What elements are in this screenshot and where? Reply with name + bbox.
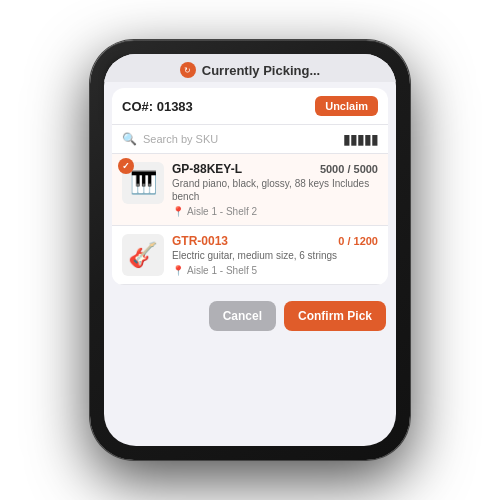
phone-device:  ↻ Currently Picking... CO#: 01383 Uncl… — [90, 40, 410, 460]
item-qty-piano: 5000 / 5000 — [320, 163, 378, 175]
app-content-card: CO#: 01383 Unclaim 🔍 Search by SKU ▮▮▮▮▮… — [112, 88, 388, 285]
bottom-buttons: Cancel Confirm Pick — [104, 291, 396, 341]
item-image-guitar: 🎸 — [122, 234, 164, 276]
pin-icon: 📍 — [172, 206, 184, 217]
barcode-icon: ▮▮▮▮▮ — [343, 131, 378, 147]
cancel-button[interactable]: Cancel — [209, 301, 276, 331]
header-row: CO#: 01383 Unclaim — [112, 88, 388, 125]
item-image-piano: 🎹 ✓ — [122, 162, 164, 204]
item-location-piano: 📍 Aisle 1 - Shelf 2 — [172, 206, 378, 217]
item-desc-piano: Grand piano, black, glossy, 88 keys Incl… — [172, 177, 378, 203]
picking-status-icon: ↻ — [180, 62, 196, 78]
search-input[interactable]: Search by SKU — [143, 133, 337, 145]
item-sku-guitar: GTR-0013 — [172, 234, 228, 248]
guitar-icon: 🎸 — [128, 241, 158, 269]
status-bar-title: Currently Picking... — [202, 63, 320, 78]
pin-icon-2: 📍 — [172, 265, 184, 276]
item-qty-guitar: 0 / 1200 — [338, 235, 378, 247]
screen: ↻ Currently Picking... CO#: 01383 Unclai… — [104, 54, 396, 446]
unclaim-button[interactable]: Unclaim — [315, 96, 378, 116]
sku-row-piano: GP-88KEY-L 5000 / 5000 — [172, 162, 378, 176]
co-number: CO#: 01383 — [122, 99, 193, 114]
item-details-guitar: GTR-0013 0 / 1200 Electric guitar, mediu… — [172, 234, 378, 276]
sku-row-guitar: GTR-0013 0 / 1200 — [172, 234, 378, 248]
item-location-guitar: 📍 Aisle 1 - Shelf 5 — [172, 265, 378, 276]
status-bar: ↻ Currently Picking... — [104, 54, 396, 82]
item-row-completed: 🎹 ✓ GP-88KEY-L 5000 / 5000 Grand piano, … — [112, 154, 388, 226]
confirm-pick-button[interactable]: Confirm Pick — [284, 301, 386, 331]
search-row: 🔍 Search by SKU ▮▮▮▮▮ — [112, 125, 388, 154]
item-desc-guitar: Electric guitar, medium size, 6 strings — [172, 249, 378, 262]
piano-icon: 🎹 — [130, 170, 157, 196]
item-sku-piano: GP-88KEY-L — [172, 162, 242, 176]
completed-badge: ✓ — [118, 158, 134, 174]
item-details-piano: GP-88KEY-L 5000 / 5000 Grand piano, blac… — [172, 162, 378, 217]
item-row-active[interactable]: 🎸 GTR-0013 0 / 1200 Electric guitar, med… — [112, 226, 388, 285]
search-icon: 🔍 — [122, 132, 137, 146]
